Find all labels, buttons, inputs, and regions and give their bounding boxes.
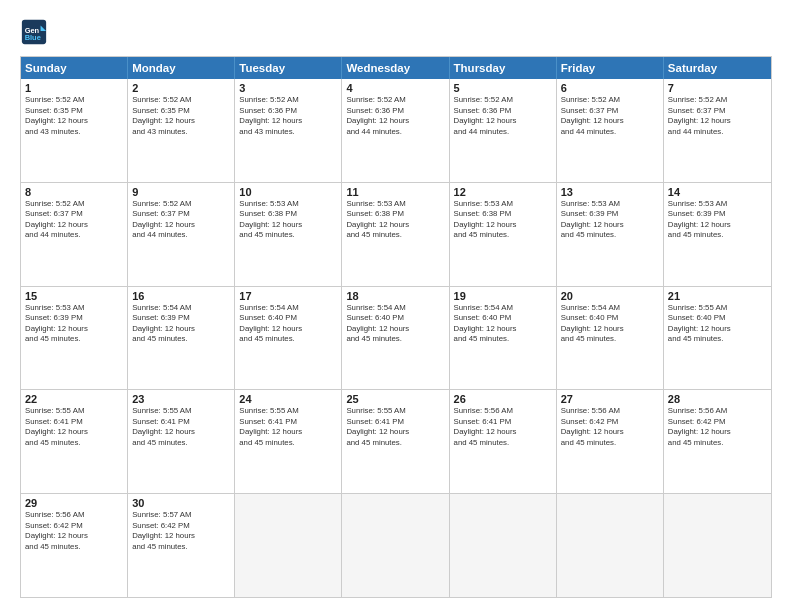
day-info: Sunrise: 5:52 AM Sunset: 6:36 PM Dayligh…: [454, 95, 552, 137]
day-header-friday: Friday: [557, 57, 664, 79]
day-cell-29: 29Sunrise: 5:56 AM Sunset: 6:42 PM Dayli…: [21, 494, 128, 597]
day-number: 18: [346, 290, 444, 302]
day-number: 14: [668, 186, 767, 198]
day-number: 11: [346, 186, 444, 198]
day-info: Sunrise: 5:56 AM Sunset: 6:42 PM Dayligh…: [561, 406, 659, 448]
day-info: Sunrise: 5:53 AM Sunset: 6:38 PM Dayligh…: [454, 199, 552, 241]
day-cell-15: 15Sunrise: 5:53 AM Sunset: 6:39 PM Dayli…: [21, 287, 128, 390]
day-number: 10: [239, 186, 337, 198]
day-cell-1: 1Sunrise: 5:52 AM Sunset: 6:35 PM Daylig…: [21, 79, 128, 182]
day-info: Sunrise: 5:52 AM Sunset: 6:36 PM Dayligh…: [239, 95, 337, 137]
day-info: Sunrise: 5:53 AM Sunset: 6:39 PM Dayligh…: [561, 199, 659, 241]
day-cell-2: 2Sunrise: 5:52 AM Sunset: 6:35 PM Daylig…: [128, 79, 235, 182]
calendar-week-5: 29Sunrise: 5:56 AM Sunset: 6:42 PM Dayli…: [21, 493, 771, 597]
day-info: Sunrise: 5:54 AM Sunset: 6:40 PM Dayligh…: [346, 303, 444, 345]
page: Gen Blue SundayMondayTuesdayWednesdayThu…: [0, 0, 792, 612]
day-number: 3: [239, 82, 337, 94]
calendar-body: 1Sunrise: 5:52 AM Sunset: 6:35 PM Daylig…: [21, 79, 771, 597]
day-number: 28: [668, 393, 767, 405]
header: Gen Blue: [20, 18, 772, 46]
day-info: Sunrise: 5:52 AM Sunset: 6:35 PM Dayligh…: [25, 95, 123, 137]
day-info: Sunrise: 5:54 AM Sunset: 6:40 PM Dayligh…: [239, 303, 337, 345]
day-info: Sunrise: 5:56 AM Sunset: 6:41 PM Dayligh…: [454, 406, 552, 448]
day-header-saturday: Saturday: [664, 57, 771, 79]
day-info: Sunrise: 5:52 AM Sunset: 6:35 PM Dayligh…: [132, 95, 230, 137]
day-info: Sunrise: 5:56 AM Sunset: 6:42 PM Dayligh…: [668, 406, 767, 448]
day-cell-25: 25Sunrise: 5:55 AM Sunset: 6:41 PM Dayli…: [342, 390, 449, 493]
day-number: 27: [561, 393, 659, 405]
day-cell-6: 6Sunrise: 5:52 AM Sunset: 6:37 PM Daylig…: [557, 79, 664, 182]
calendar-week-3: 15Sunrise: 5:53 AM Sunset: 6:39 PM Dayli…: [21, 286, 771, 390]
day-cell-27: 27Sunrise: 5:56 AM Sunset: 6:42 PM Dayli…: [557, 390, 664, 493]
day-cell-24: 24Sunrise: 5:55 AM Sunset: 6:41 PM Dayli…: [235, 390, 342, 493]
day-info: Sunrise: 5:57 AM Sunset: 6:42 PM Dayligh…: [132, 510, 230, 552]
calendar: SundayMondayTuesdayWednesdayThursdayFrid…: [20, 56, 772, 598]
day-info: Sunrise: 5:54 AM Sunset: 6:40 PM Dayligh…: [561, 303, 659, 345]
calendar-week-4: 22Sunrise: 5:55 AM Sunset: 6:41 PM Dayli…: [21, 389, 771, 493]
day-number: 21: [668, 290, 767, 302]
day-info: Sunrise: 5:52 AM Sunset: 6:37 PM Dayligh…: [25, 199, 123, 241]
day-header-monday: Monday: [128, 57, 235, 79]
day-cell-11: 11Sunrise: 5:53 AM Sunset: 6:38 PM Dayli…: [342, 183, 449, 286]
day-cell-26: 26Sunrise: 5:56 AM Sunset: 6:41 PM Dayli…: [450, 390, 557, 493]
day-number: 23: [132, 393, 230, 405]
day-info: Sunrise: 5:55 AM Sunset: 6:41 PM Dayligh…: [346, 406, 444, 448]
day-number: 13: [561, 186, 659, 198]
day-number: 22: [25, 393, 123, 405]
day-header-tuesday: Tuesday: [235, 57, 342, 79]
svg-text:Blue: Blue: [25, 33, 41, 42]
day-cell-23: 23Sunrise: 5:55 AM Sunset: 6:41 PM Dayli…: [128, 390, 235, 493]
empty-cell: [664, 494, 771, 597]
day-number: 15: [25, 290, 123, 302]
empty-cell: [342, 494, 449, 597]
empty-cell: [235, 494, 342, 597]
day-number: 26: [454, 393, 552, 405]
logo: Gen Blue: [20, 18, 52, 46]
day-cell-16: 16Sunrise: 5:54 AM Sunset: 6:39 PM Dayli…: [128, 287, 235, 390]
day-cell-3: 3Sunrise: 5:52 AM Sunset: 6:36 PM Daylig…: [235, 79, 342, 182]
calendar-header: SundayMondayTuesdayWednesdayThursdayFrid…: [21, 57, 771, 79]
day-info: Sunrise: 5:53 AM Sunset: 6:38 PM Dayligh…: [346, 199, 444, 241]
empty-cell: [557, 494, 664, 597]
day-cell-14: 14Sunrise: 5:53 AM Sunset: 6:39 PM Dayli…: [664, 183, 771, 286]
day-info: Sunrise: 5:52 AM Sunset: 6:37 PM Dayligh…: [561, 95, 659, 137]
day-cell-8: 8Sunrise: 5:52 AM Sunset: 6:37 PM Daylig…: [21, 183, 128, 286]
day-number: 7: [668, 82, 767, 94]
day-info: Sunrise: 5:52 AM Sunset: 6:36 PM Dayligh…: [346, 95, 444, 137]
day-number: 12: [454, 186, 552, 198]
day-header-sunday: Sunday: [21, 57, 128, 79]
day-cell-30: 30Sunrise: 5:57 AM Sunset: 6:42 PM Dayli…: [128, 494, 235, 597]
day-number: 20: [561, 290, 659, 302]
logo-icon: Gen Blue: [20, 18, 48, 46]
day-cell-4: 4Sunrise: 5:52 AM Sunset: 6:36 PM Daylig…: [342, 79, 449, 182]
day-number: 25: [346, 393, 444, 405]
day-number: 29: [25, 497, 123, 509]
day-cell-10: 10Sunrise: 5:53 AM Sunset: 6:38 PM Dayli…: [235, 183, 342, 286]
day-info: Sunrise: 5:53 AM Sunset: 6:39 PM Dayligh…: [668, 199, 767, 241]
day-number: 6: [561, 82, 659, 94]
day-number: 4: [346, 82, 444, 94]
day-number: 16: [132, 290, 230, 302]
day-header-thursday: Thursday: [450, 57, 557, 79]
day-number: 24: [239, 393, 337, 405]
day-info: Sunrise: 5:55 AM Sunset: 6:41 PM Dayligh…: [132, 406, 230, 448]
day-cell-21: 21Sunrise: 5:55 AM Sunset: 6:40 PM Dayli…: [664, 287, 771, 390]
day-info: Sunrise: 5:55 AM Sunset: 6:40 PM Dayligh…: [668, 303, 767, 345]
calendar-week-1: 1Sunrise: 5:52 AM Sunset: 6:35 PM Daylig…: [21, 79, 771, 182]
day-number: 8: [25, 186, 123, 198]
day-cell-17: 17Sunrise: 5:54 AM Sunset: 6:40 PM Dayli…: [235, 287, 342, 390]
day-number: 30: [132, 497, 230, 509]
day-number: 1: [25, 82, 123, 94]
day-number: 5: [454, 82, 552, 94]
day-info: Sunrise: 5:55 AM Sunset: 6:41 PM Dayligh…: [239, 406, 337, 448]
day-cell-22: 22Sunrise: 5:55 AM Sunset: 6:41 PM Dayli…: [21, 390, 128, 493]
day-info: Sunrise: 5:52 AM Sunset: 6:37 PM Dayligh…: [668, 95, 767, 137]
day-info: Sunrise: 5:56 AM Sunset: 6:42 PM Dayligh…: [25, 510, 123, 552]
day-cell-12: 12Sunrise: 5:53 AM Sunset: 6:38 PM Dayli…: [450, 183, 557, 286]
day-cell-18: 18Sunrise: 5:54 AM Sunset: 6:40 PM Dayli…: [342, 287, 449, 390]
day-number: 19: [454, 290, 552, 302]
day-info: Sunrise: 5:54 AM Sunset: 6:40 PM Dayligh…: [454, 303, 552, 345]
day-cell-28: 28Sunrise: 5:56 AM Sunset: 6:42 PM Dayli…: [664, 390, 771, 493]
day-cell-5: 5Sunrise: 5:52 AM Sunset: 6:36 PM Daylig…: [450, 79, 557, 182]
day-header-wednesday: Wednesday: [342, 57, 449, 79]
